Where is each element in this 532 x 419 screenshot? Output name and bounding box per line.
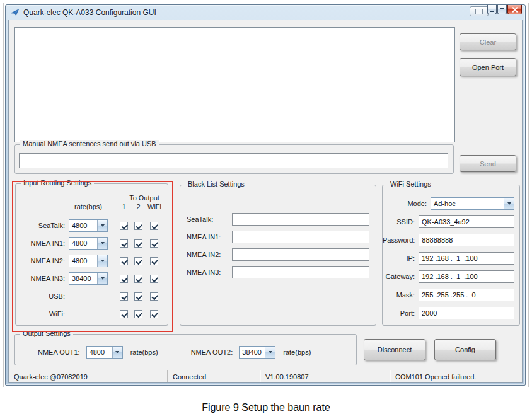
checkbox-to-output-2[interactable]	[134, 275, 142, 283]
output-settings-group: Output Settings NMEA OUT1: 4800 rate(bps…	[14, 334, 357, 365]
checkbox-to-wifi[interactable]	[150, 310, 158, 318]
minimize-button[interactable]	[487, 5, 497, 14]
port-input[interactable]	[419, 307, 514, 319]
dropdown-value: 38400	[72, 273, 91, 284]
disconnect-button[interactable]: Disconnect	[364, 339, 425, 360]
nmea-in3-rate-dropdown[interactable]: 38400	[69, 272, 108, 285]
nmea-out1-rate-dropdown[interactable]: 4800	[86, 346, 123, 359]
titlebar-extra-button[interactable]	[470, 6, 489, 16]
ip-input[interactable]	[419, 252, 514, 265]
wifi-settings-group-label: WiFi Settings	[388, 180, 434, 188]
dropdown-arrow-icon[interactable]	[504, 198, 514, 209]
titlebar-extra-icon	[475, 9, 483, 14]
password-input[interactable]	[419, 234, 514, 246]
dropdown-arrow-icon[interactable]	[265, 347, 275, 358]
window-controls	[487, 5, 522, 14]
checkbox-to-output-2[interactable]	[134, 257, 142, 265]
nmea-in2-blacklist-input[interactable]	[232, 248, 369, 261]
row-label: NMEA IN1:	[16, 234, 65, 252]
status-com-port: COM101 Opened failured.	[390, 370, 522, 382]
send-button[interactable]: Send	[460, 155, 516, 172]
header-col-1: 1	[120, 203, 128, 210]
open-port-button[interactable]: Open Port	[460, 58, 516, 76]
wifi-row-mode: Mode: Ad-hoc	[383, 194, 519, 212]
dropdown-arrow-icon[interactable]	[112, 347, 122, 358]
rate-units-label: rate(bps)	[283, 348, 311, 356]
checkbox-to-output-1[interactable]	[120, 310, 128, 318]
checkbox-to-output-1[interactable]	[120, 222, 128, 230]
row-label: IP:	[383, 255, 419, 262]
header-col-2: 2	[134, 203, 142, 210]
row-label: SSID:	[383, 218, 419, 226]
row-wifi: WiFi:	[16, 305, 168, 323]
close-button[interactable]	[507, 5, 522, 14]
checkbox-to-wifi[interactable]	[150, 257, 158, 265]
dropdown-value: 4800	[90, 347, 105, 358]
dropdown-arrow-icon[interactable]	[97, 273, 107, 284]
nmea-out2-label: NMEA OUT2:	[191, 348, 233, 356]
checkbox-to-wifi[interactable]	[150, 239, 158, 248]
wifi-row-password: Password:	[383, 231, 519, 249]
black-list-row: NMEA IN1:	[180, 228, 376, 246]
checkbox-to-output-1[interactable]	[120, 239, 128, 248]
dropdown-arrow-icon[interactable]	[97, 238, 107, 249]
row-label: NMEA IN1:	[187, 233, 232, 241]
checkbox-to-output-2[interactable]	[134, 239, 142, 248]
nmea-output-console[interactable]	[14, 27, 455, 142]
seatalk-blacklist-input[interactable]	[232, 213, 369, 226]
row-label: Mode:	[383, 200, 431, 207]
checkbox-to-output-2[interactable]	[134, 310, 142, 318]
header-to-output: To Output	[120, 194, 169, 202]
row-label: NMEA IN2:	[16, 252, 65, 270]
rate-units-label: rate(bps)	[130, 348, 158, 356]
wifi-row-gateway: Gateway:	[383, 267, 519, 285]
row-seatalk: SeaTalk: 4800	[16, 217, 168, 234]
checkbox-to-output-1[interactable]	[120, 257, 128, 265]
manual-nmea-group-label: Manual NMEA sentences send out via USB	[20, 140, 159, 147]
black-list-group: Black List Settings SeaTalk: NMEA IN1: N…	[180, 185, 376, 326]
row-label: Password:	[383, 236, 419, 244]
checkbox-to-wifi[interactable]	[150, 275, 158, 283]
checkbox-to-output-1[interactable]	[120, 275, 128, 283]
status-firmware-version: V1.00.190807	[260, 370, 390, 382]
row-nmea-in1: NMEA IN1: 4800	[16, 234, 168, 252]
black-list-row: SeaTalk:	[180, 210, 376, 228]
wifi-mode-dropdown[interactable]: Ad-hoc	[431, 197, 514, 210]
output-settings-group-label: Output Settings	[20, 330, 73, 337]
figure-caption: Figure 9 Setup the baun rate	[0, 402, 532, 413]
checkbox-to-wifi[interactable]	[150, 292, 158, 301]
row-label: NMEA IN2:	[187, 251, 232, 258]
row-usb: USB:	[16, 287, 168, 305]
nmea-in2-rate-dropdown[interactable]: 4800	[69, 255, 108, 267]
gateway-input[interactable]	[419, 270, 514, 283]
row-label: USB:	[16, 287, 65, 305]
maximize-button[interactable]	[497, 5, 507, 14]
checkbox-to-output-1[interactable]	[120, 292, 128, 301]
ssid-input[interactable]	[419, 215, 514, 228]
checkbox-to-output-2[interactable]	[134, 222, 142, 230]
header-col-wifi: WiFi	[146, 203, 163, 210]
nmea-in1-blacklist-input[interactable]	[232, 231, 369, 243]
dropdown-arrow-icon[interactable]	[97, 220, 107, 231]
titlebar[interactable]: Quark-elec QK-A033 Configuration GUI	[6, 5, 525, 20]
row-label: SeaTalk:	[16, 217, 65, 234]
wifi-row-ssid: SSID:	[383, 212, 519, 231]
seatalk-rate-dropdown[interactable]: 4800	[69, 219, 108, 232]
clear-button[interactable]: Clear	[460, 33, 516, 50]
dropdown-arrow-icon[interactable]	[97, 255, 107, 267]
row-label: Port:	[383, 309, 419, 317]
black-list-row: NMEA IN2:	[180, 246, 376, 263]
black-list-group-label: Black List Settings	[185, 180, 247, 188]
nmea-out2-rate-dropdown[interactable]: 38400	[239, 346, 275, 359]
nmea-in3-blacklist-input[interactable]	[232, 266, 369, 278]
config-button[interactable]: Config	[434, 339, 496, 360]
manual-nmea-input[interactable]	[19, 153, 448, 168]
mask-input[interactable]	[419, 289, 514, 301]
window-body: Clear Open Port Manual NMEA sentences se…	[8, 20, 523, 383]
row-label: Gateway:	[383, 273, 419, 280]
checkbox-to-output-2[interactable]	[134, 292, 142, 301]
checkbox-to-wifi[interactable]	[150, 222, 158, 230]
maximize-icon	[500, 8, 504, 11]
window-title: Quark-elec QK-A033 Configuration GUI	[23, 8, 156, 17]
nmea-in1-rate-dropdown[interactable]: 4800	[69, 237, 108, 250]
